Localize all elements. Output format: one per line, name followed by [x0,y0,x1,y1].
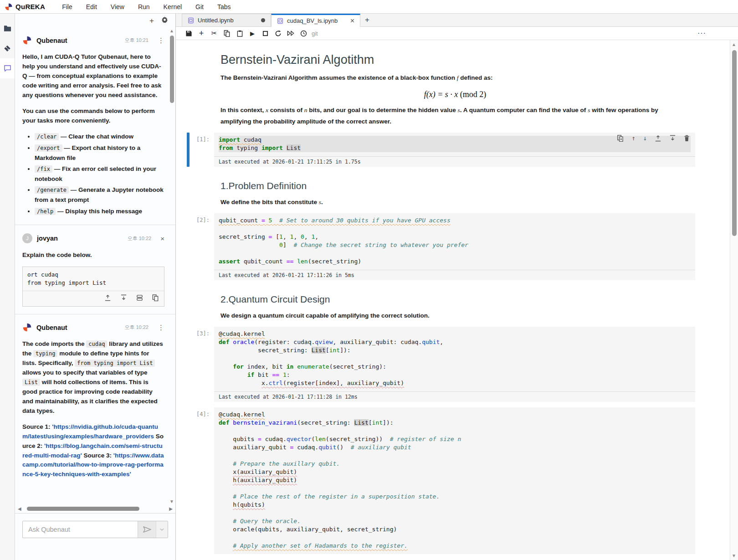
stop-kernel-button[interactable] [259,28,272,39]
command-chip: /clear [35,133,59,140]
send-message-button[interactable] [138,521,156,538]
code-line: # Place the rest of the register in a su… [219,493,691,501]
chat-header: + [15,14,175,27]
more-actions-button[interactable]: ··· [697,29,706,37]
code-line: def oracle(register: cudaq.qview, auxili… [219,338,691,346]
menu-tabs[interactable]: Tabs [210,3,238,10]
markdown-cell-circuit[interactable]: 2.Quantum Circuit Design We design a qua… [176,294,730,321]
menu-git[interactable]: Git [189,3,210,10]
notebook-panel: Untitled.ipynb cudaq_BV_ls.ipynb × + [176,14,738,560]
add-cell-button[interactable]: + [195,28,208,39]
new-tab-button[interactable]: + [360,14,374,26]
folder-icon [4,25,11,32]
message-paragraph: You can use the commands below to perfor… [22,107,164,126]
notebook-scrollbar-thumb[interactable] [732,50,737,236]
restart-run-all-button[interactable] [284,28,297,39]
code-cell[interactable]: [4]:@cudaq.kerneldef bernstein_vazirani(… [176,407,730,554]
code-cell[interactable]: [2]:qubit_count = 5 # Set to around 30 q… [176,213,730,280]
tab-label: cudaq_BV_ls.ipynb [287,17,347,24]
notebook-icon [277,18,283,24]
restart-kernel-button[interactable] [272,28,284,39]
code-line: # Query the oracle. [219,517,691,525]
message-author: jovyan [37,235,58,242]
code-line: 0] # Change the secret string to whateve… [219,241,691,249]
copy-icon [224,30,230,37]
sidebar-item-chat[interactable] [0,58,15,78]
delete-cell-button[interactable] [684,135,690,143]
markdown-cell-intro[interactable]: Bernstein-Vazirani Algotithm The Bernste… [176,53,730,127]
unsaved-changes-dot[interactable] [261,18,265,22]
cell-editor[interactable]: import cudaqfrom typing import List↑↓ [214,133,695,156]
new-chat-button[interactable]: + [149,17,154,25]
save-button[interactable] [182,28,195,39]
scroll-right-arrow[interactable]: ▶ [169,506,173,511]
code-block-toolbar [23,291,164,306]
cell-prompt: [2]: [176,213,214,280]
insert-above-button[interactable] [655,135,661,143]
code-line: auxiliary_qubit = cudaq.qubit() # auxili… [219,443,691,452]
tab-cudaq-bv-ipynb[interactable]: cudaq_BV_ls.ipynb × [271,14,360,27]
sidebar-item-git[interactable] [0,38,15,58]
send-options-button[interactable] [156,521,168,538]
message-kebab-menu[interactable]: ⋮ [158,36,164,45]
code-line [219,534,691,542]
chat-message-qubenaut-1: Qubenaut 오후 10:21 ⋮ Hello, I am CUDA-Q T… [15,27,175,225]
clock-icon [300,30,307,37]
code-cell[interactable]: [1]:import cudaqfrom typing import List↑… [176,133,730,167]
menu-run[interactable]: Run [131,3,157,10]
code-line: if bit == 1: [219,371,691,379]
move-down-button[interactable]: ↓ [643,135,647,143]
close-tab-icon[interactable]: × [350,17,354,25]
chat-scroll-down-arrow[interactable]: ▼ [169,499,174,504]
code-line [219,509,691,517]
chat-settings-button[interactable] [161,16,168,25]
run-cell-button[interactable]: ▶ [246,28,259,39]
menu-file[interactable]: File [55,3,79,10]
cell-editor[interactable]: @cudaq.kerneldef bernstein_vazirani(secr… [214,407,695,554]
insert-above-button[interactable] [104,294,111,303]
message-author: Qubenaut [36,324,67,331]
duplicate-cell-button[interactable] [617,135,624,143]
scroll-left-arrow[interactable]: ◀ [18,506,21,511]
scroll-down-arrow[interactable]: ▼ [732,553,736,558]
code-line: assert qubit_count == len(secret_string) [219,257,691,266]
scroll-up-arrow[interactable]: ▲ [732,42,736,47]
code-line: h(auxiliary_qubit) [219,476,691,484]
message-sources: Source 1: 'https://nvidia.github.io/cuda… [22,422,164,480]
delete-message-button[interactable]: × [160,235,164,242]
git-toolbar-label[interactable]: git [312,30,318,37]
chevron-down-icon [160,528,164,531]
code-line: qubits = cudaq.qvector(len(secret_string… [219,435,691,443]
horizontal-scrollbar-thumb[interactable] [27,507,139,511]
menu-view[interactable]: View [104,3,131,10]
cell-editor[interactable]: @cudaq.kerneldef oracle(register: cudaq.… [214,327,695,391]
activity-bar [0,14,15,560]
chat-scrollbar-thumb[interactable] [170,36,174,103]
notebook-scrollbar[interactable]: ▲ ▼ [730,40,738,560]
chat-message-jovyan: J jovyan 오후 10:22 × Explain the code bel… [15,225,175,314]
move-up-button[interactable]: ↑ [631,135,635,143]
cell-editor[interactable]: qubit_count = 5 # Set to around 30 qubit… [214,213,695,270]
tab-untitled-ipynb[interactable]: Untitled.ipynb [182,14,271,26]
copy-button[interactable] [152,294,159,303]
chat-scroll-up-arrow[interactable]: ▲ [169,28,174,33]
copy-cells-button[interactable] [220,28,233,39]
replace-cell-button[interactable] [136,294,143,303]
execution-status: Last executed at 2026-01-21 17:11:28 in … [214,391,695,402]
selected-cell-bar [187,133,190,167]
insert-below-button[interactable] [120,294,127,303]
code-cell[interactable]: [3]:@cudaq.kerneldef oracle(register: cu… [176,327,730,402]
paste-cells-button[interactable] [233,28,246,39]
sidebar-item-files[interactable] [0,18,15,38]
menu-kernel[interactable]: Kernel [157,3,189,10]
code-line: @cudaq.kernel [219,330,691,338]
chat-input[interactable]: Ask Qubenaut [23,521,138,538]
menu-edit[interactable]: Edit [79,3,104,10]
message-kebab-menu[interactable]: ⋮ [158,324,164,332]
cut-cells-button[interactable]: ✂ [208,28,220,39]
insert-below-button[interactable] [669,135,676,143]
markdown-cell-problem[interactable]: 1.Problem Definition We define the bits … [176,180,730,208]
code-line: for index, bit in enumerate(secret_strin… [219,363,691,371]
history-button[interactable] [297,28,310,39]
chat-code-content: ort cudaq from typing import List [23,267,164,291]
